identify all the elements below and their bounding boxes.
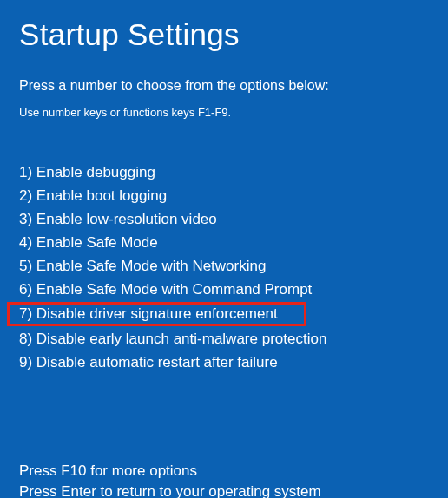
startup-option-7[interactable]: 7) Disable driver signature enforcement	[7, 302, 306, 326]
startup-option-3[interactable]: 3) Enable low-resolution video	[19, 207, 429, 231]
subtitle-text: Press a number to choose from the option…	[19, 78, 429, 94]
startup-option-6[interactable]: 6) Enable Safe Mode with Command Prompt	[19, 278, 429, 301]
page-title: Startup Settings	[19, 17, 429, 52]
startup-option-1[interactable]: 1) Enable debugging	[19, 161, 429, 184]
startup-option-9[interactable]: 9) Disable automatic restart after failu…	[19, 351, 429, 374]
footer-return-os: Press Enter to return to your operating …	[19, 482, 429, 498]
startup-option-5[interactable]: 5) Enable Safe Mode with Networking	[19, 254, 429, 278]
footer-more-options: Press F10 for more options	[19, 461, 429, 482]
startup-option-4[interactable]: 4) Enable Safe Mode	[19, 231, 429, 254]
startup-option-8[interactable]: 8) Disable early launch anti-malware pro…	[19, 327, 429, 351]
options-list: 1) Enable debugging2) Enable boot loggin…	[19, 161, 429, 374]
hint-text: Use number keys or functions keys F1-F9.	[19, 106, 429, 119]
startup-option-2[interactable]: 2) Enable boot logging	[19, 184, 429, 207]
